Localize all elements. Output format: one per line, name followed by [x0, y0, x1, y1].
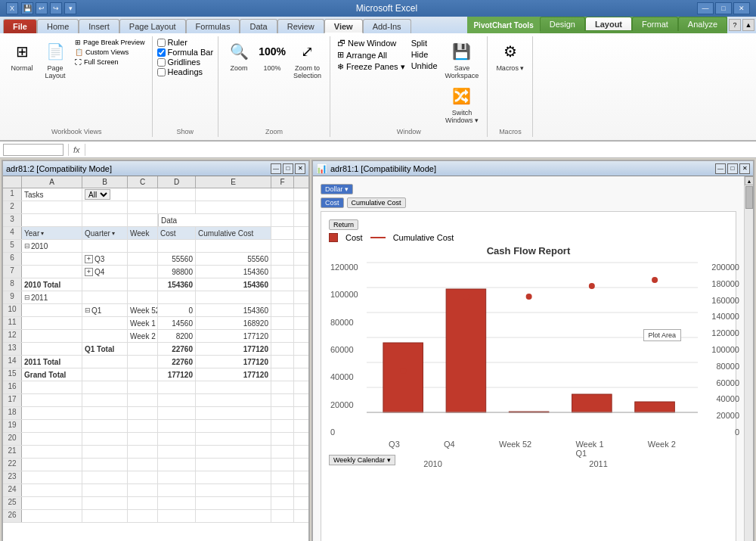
cell-f26[interactable] — [271, 510, 294, 522]
cell-c5[interactable] — [128, 240, 158, 252]
cell-e18[interactable] — [196, 407, 271, 419]
cell-d5[interactable] — [158, 240, 196, 252]
cell-quarter-header[interactable]: Quarter ▾ — [82, 227, 128, 239]
cell-b23[interactable] — [82, 471, 128, 483]
tab-data[interactable]: Data — [240, 19, 277, 33]
cell-e8[interactable]: 154360 — [196, 278, 271, 291]
cell-f20[interactable] — [271, 433, 294, 445]
cell-d9[interactable] — [158, 291, 196, 303]
cell-f5[interactable] — [271, 240, 294, 252]
cell-d20[interactable] — [158, 433, 196, 445]
cell-c24[interactable] — [128, 484, 158, 496]
cell-d13[interactable]: 22760 — [158, 343, 196, 355]
cell-a17[interactable] — [22, 394, 82, 406]
cell-a3[interactable] — [22, 214, 82, 226]
cell-f23[interactable] — [271, 471, 294, 483]
cell-d16[interactable] — [158, 381, 196, 393]
cell-c3[interactable] — [128, 214, 158, 226]
zoom-100-button[interactable]: 100% 100% — [256, 38, 288, 74]
scroll-thumb[interactable] — [745, 186, 753, 209]
cell-a26[interactable] — [22, 510, 82, 522]
cell-b20[interactable] — [82, 433, 128, 445]
bar-week1[interactable] — [572, 394, 612, 412]
formula-bar-checkbox-row[interactable]: Formula Bar — [157, 48, 214, 57]
cell-b25[interactable] — [82, 497, 128, 509]
cell-c19[interactable] — [128, 420, 158, 432]
switch-windows-button[interactable]: 🔀 SwitchWindows ▾ — [442, 82, 483, 126]
return-filter-btn[interactable]: Return — [329, 219, 358, 230]
tasks-dropdown[interactable]: All — [85, 189, 110, 200]
tab-layout[interactable]: Layout — [585, 17, 632, 31]
cell-c14[interactable] — [128, 356, 158, 368]
name-box[interactable] — [3, 144, 64, 156]
right-pane-close[interactable]: ✕ — [739, 163, 750, 174]
cell-c8[interactable] — [128, 278, 158, 291]
ruler-checkbox[interactable] — [157, 39, 166, 47]
cell-f16[interactable] — [271, 381, 294, 393]
cell-a19[interactable] — [22, 420, 82, 432]
cell-a12[interactable] — [22, 330, 82, 342]
cell-b17[interactable] — [82, 394, 128, 406]
cell-f22[interactable] — [271, 459, 294, 471]
page-layout-button[interactable]: 📄 PageLayout — [39, 38, 71, 82]
cost-btn[interactable]: Cost — [321, 197, 344, 208]
dollar-toolbar-btn[interactable]: Dollar ▾ — [321, 184, 353, 194]
cell-e11[interactable]: 168920 — [196, 317, 271, 329]
cell-d23[interactable] — [158, 471, 196, 483]
cell-b24[interactable] — [82, 484, 128, 496]
cell-d24[interactable] — [158, 484, 196, 496]
right-pane-maximize[interactable]: □ — [727, 163, 738, 174]
cell-b13[interactable]: Q1 Total — [82, 343, 128, 355]
cell-f2[interactable] — [271, 201, 294, 213]
cell-e20[interactable] — [196, 433, 271, 445]
cell-e26[interactable] — [196, 510, 271, 522]
cell-c20[interactable] — [128, 433, 158, 445]
cell-a13[interactable] — [22, 343, 82, 355]
cell-e15[interactable]: 177120 — [196, 368, 271, 381]
tab-format[interactable]: Format — [632, 17, 678, 31]
cell-b14[interactable] — [82, 356, 128, 368]
cell-f13[interactable] — [271, 343, 294, 355]
cell-d25[interactable] — [158, 497, 196, 509]
zoom-to-selection-button[interactable]: ⤢ Zoom toSelection — [290, 38, 325, 82]
bar-week2[interactable] — [635, 402, 675, 412]
cell-b18[interactable] — [82, 407, 128, 419]
cell-d22[interactable] — [158, 459, 196, 471]
cell-f7[interactable] — [271, 266, 294, 278]
cell-e7[interactable]: 154360 — [196, 266, 271, 278]
cell-b5[interactable] — [82, 240, 128, 252]
minimize-button[interactable]: — — [697, 2, 714, 14]
bar-q4[interactable] — [446, 289, 486, 412]
cell-f21[interactable] — [271, 446, 294, 458]
cell-c2[interactable] — [128, 201, 158, 213]
cell-b7[interactable]: +Q4 — [82, 266, 128, 278]
cell-b6[interactable]: +Q3 — [82, 253, 128, 265]
cell-e5[interactable] — [196, 240, 271, 252]
cell-c12[interactable]: Week 2 — [128, 330, 158, 342]
cell-f10[interactable] — [271, 304, 294, 316]
cell-c17[interactable] — [128, 394, 158, 406]
cell-b12[interactable] — [82, 330, 128, 342]
left-pane-minimize[interactable]: — — [271, 163, 281, 174]
tab-view[interactable]: View — [324, 19, 363, 33]
cell-c25[interactable] — [128, 497, 158, 509]
cell-b11[interactable] — [82, 317, 128, 329]
cell-d17[interactable] — [158, 394, 196, 406]
cell-f14[interactable] — [271, 356, 294, 368]
cell-b3[interactable] — [82, 214, 128, 226]
cell-b1[interactable]: All — [82, 188, 128, 201]
cell-e21[interactable] — [196, 446, 271, 458]
cell-a23[interactable] — [22, 471, 82, 483]
cell-f4[interactable] — [271, 227, 294, 239]
cell-a1[interactable]: Tasks — [22, 188, 82, 201]
cell-c9[interactable] — [128, 291, 158, 303]
cell-a18[interactable] — [22, 407, 82, 419]
cell-b2[interactable] — [82, 201, 128, 213]
scroll-up-btn[interactable]: ▲ — [745, 176, 753, 185]
cell-cumcost-header[interactable]: Cumulative Cost — [196, 227, 271, 239]
cell-c1[interactable] — [128, 188, 158, 201]
cell-f17[interactable] — [271, 394, 294, 406]
cell-f24[interactable] — [271, 484, 294, 496]
cell-a9[interactable]: ⊟2011 — [22, 291, 82, 303]
macros-button[interactable]: ⚙ Macros ▾ — [492, 38, 528, 74]
